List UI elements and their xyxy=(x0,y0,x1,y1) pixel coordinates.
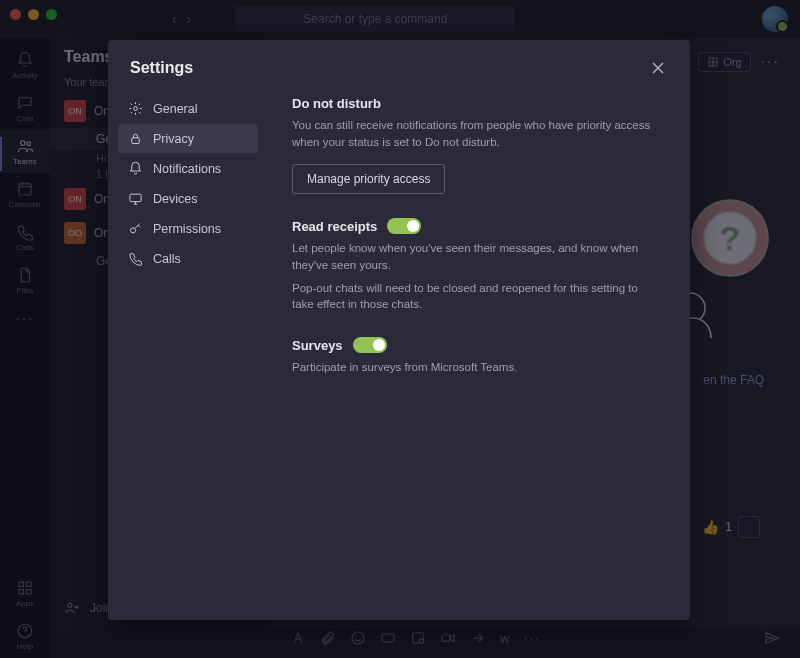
svg-rect-22 xyxy=(130,194,141,202)
settings-nav: General Privacy Notifications Devices Pe… xyxy=(108,88,268,620)
gear-icon xyxy=(128,101,143,116)
monitor-icon xyxy=(128,191,143,206)
key-icon xyxy=(128,221,143,236)
svg-rect-21 xyxy=(132,138,140,144)
svg-point-23 xyxy=(131,228,136,233)
read-receipts-title: Read receipts xyxy=(292,219,377,234)
settings-content: Do not disturb You can still receive not… xyxy=(268,88,690,620)
surveys-title: Surveys xyxy=(292,338,343,353)
snav-label: Permissions xyxy=(153,222,221,236)
svg-point-20 xyxy=(134,107,138,111)
snav-label: Notifications xyxy=(153,162,221,176)
surveys-toggle[interactable] xyxy=(353,337,387,353)
settings-nav-notifications[interactable]: Notifications xyxy=(118,154,258,183)
dnd-text: You can still receive notifications from… xyxy=(292,117,660,150)
read-receipts-text-1: Let people know when you've seen their m… xyxy=(292,240,660,273)
settings-nav-privacy[interactable]: Privacy xyxy=(118,124,258,153)
lock-icon xyxy=(128,131,143,146)
bell-icon xyxy=(128,161,143,176)
snav-label: General xyxy=(153,102,197,116)
settings-title: Settings xyxy=(130,59,193,77)
snav-label: Calls xyxy=(153,252,181,266)
settings-nav-permissions[interactable]: Permissions xyxy=(118,214,258,243)
dnd-title: Do not disturb xyxy=(292,96,660,111)
phone-icon xyxy=(128,251,143,266)
read-receipts-toggle[interactable] xyxy=(387,218,421,234)
close-icon[interactable] xyxy=(648,58,668,78)
settings-nav-general[interactable]: General xyxy=(118,94,258,123)
snav-label: Privacy xyxy=(153,132,194,146)
read-receipts-text-2: Pop-out chats will need to be closed and… xyxy=(292,280,660,313)
settings-nav-calls[interactable]: Calls xyxy=(118,244,258,273)
settings-nav-devices[interactable]: Devices xyxy=(118,184,258,213)
snav-label: Devices xyxy=(153,192,197,206)
surveys-text: Participate in surveys from Microsoft Te… xyxy=(292,359,660,376)
manage-priority-button[interactable]: Manage priority access xyxy=(292,164,445,194)
settings-modal: Settings General Privacy Notifications D… xyxy=(108,40,690,620)
